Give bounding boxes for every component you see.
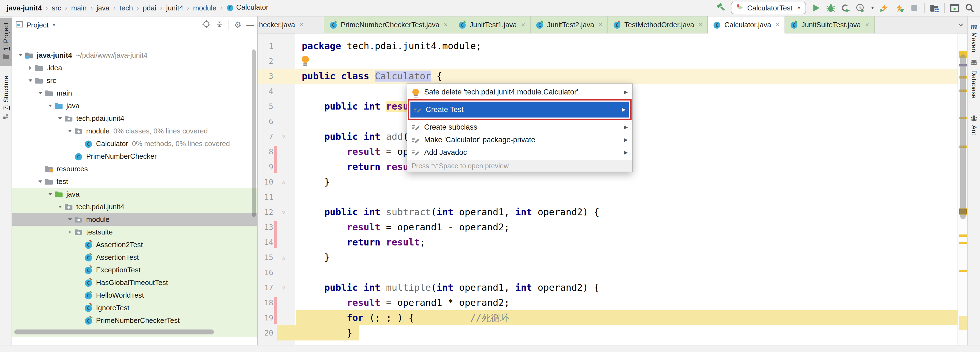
fold-marker-icon[interactable]: ▿ (279, 129, 289, 144)
breadcrumb-item-main[interactable]: main (71, 4, 86, 12)
stripe-mark[interactable] (959, 242, 967, 244)
coverage-icon[interactable] (841, 3, 851, 13)
chevron-down-icon[interactable] (16, 52, 25, 58)
tree-row-PrimeNumberCheckerTest[interactable]: CPrimeNumberCheckerTest (12, 314, 257, 327)
close-tab-icon[interactable]: × (444, 21, 448, 29)
tree-row-Assertion2Test[interactable]: CAssertion2Test (12, 238, 257, 251)
run-with-profiler-icon[interactable] (880, 3, 889, 13)
tree-row-java[interactable]: java (12, 188, 257, 201)
tree-row-module[interactable]: module (12, 213, 257, 226)
chevron-right-icon[interactable] (26, 65, 35, 71)
tree-row-IgnoreTest[interactable]: CIgnoreTest (12, 301, 257, 314)
hide-panel-icon[interactable]: — (247, 21, 254, 29)
close-tab-icon[interactable]: × (599, 21, 603, 29)
tab-PrimeNumberCheckerTest.java[interactable]: CPrimeNumberCheckerTest.java× (324, 16, 453, 33)
chevron-down-icon[interactable] (36, 90, 45, 96)
tab-JunitSuiteTest.java[interactable]: CJunitSuiteTest.java× (785, 16, 875, 33)
fold-marker-icon[interactable]: ▿ (279, 205, 289, 220)
profiler-chevron-icon[interactable]: ▼ (870, 5, 875, 10)
tree-row-tech.pdai.junit4[interactable]: tech.pdai.junit4 (12, 112, 257, 125)
tree-horizontal-scrollbar[interactable] (14, 330, 214, 334)
tree-row-main[interactable]: main (12, 87, 257, 99)
close-tab-icon[interactable]: × (865, 21, 869, 29)
debug-with-profiler-icon[interactable] (894, 3, 904, 13)
tree-row-HelloWorldTest[interactable]: CHelloWorldTest (12, 289, 257, 301)
tree-row-src[interactable]: src (12, 74, 257, 87)
tree-row-tech.pdai.junit4[interactable]: tech.pdai.junit4 (12, 201, 257, 213)
breadcrumb-item-tech[interactable]: tech (119, 4, 133, 12)
chevron-down-icon[interactable]: ▼ (52, 22, 56, 27)
close-tab-icon[interactable]: × (776, 21, 780, 29)
menu-item-add-javadoc[interactable]: Add Javadoc▶ (407, 146, 632, 159)
tree-row-.idea[interactable]: .idea (12, 62, 257, 74)
project-structure-icon[interactable] (929, 3, 939, 13)
close-tab-icon[interactable]: × (521, 21, 525, 29)
chevron-down-icon[interactable] (46, 191, 54, 197)
close-tab-icon[interactable]: × (698, 21, 702, 29)
stripe-mark[interactable] (959, 316, 967, 330)
breadcrumb-item-src[interactable]: src (52, 4, 62, 12)
tree-row-Calculator[interactable]: CCalculator0% methods, 0% lines covered (12, 137, 257, 150)
tool-stripe-button-database[interactable]: Database (968, 56, 980, 102)
chevron-down-icon[interactable] (26, 77, 35, 83)
tab-JunitTest1.java[interactable]: CJunitTest1.java× (453, 16, 531, 33)
run-anything-icon[interactable] (950, 3, 960, 13)
tree-row-java[interactable]: java (12, 99, 257, 112)
breadcrumb-item-java[interactable]: java (97, 4, 110, 12)
stripe-mark[interactable] (959, 234, 967, 237)
tree-row-PrimeNumberChecker[interactable]: CPrimeNumberChecker (12, 150, 257, 162)
tab-TestMethodOrder.java[interactable]: CTestMethodOrder.java× (608, 16, 708, 33)
tool-stripe-button-project[interactable]: 1: Project (0, 18, 12, 66)
hidden-tabs-chevron-icon[interactable] (954, 16, 967, 33)
tree-row-module[interactable]: module0% classes, 0% lines covered (12, 125, 257, 137)
editor-scrollbar[interactable] (960, 54, 966, 219)
tab-hecker.java[interactable]: hecker.java× (258, 16, 324, 33)
chevron-down-icon[interactable] (56, 204, 64, 210)
tool-stripe-button-maven[interactable]: mMaven (968, 18, 980, 56)
stripe-mark[interactable] (959, 270, 967, 272)
fold-marker-icon[interactable]: ▵ (279, 250, 289, 265)
locate-icon[interactable] (202, 20, 210, 30)
collapse-all-icon[interactable] (215, 20, 224, 30)
menu-item-create-test[interactable]: Create Test▶ (408, 99, 632, 120)
run-configuration-select[interactable]: CalculatorTest ▼ (731, 2, 807, 14)
breadcrumb-item-pdai[interactable]: pdai (143, 4, 156, 12)
tab-JunitTest2.java[interactable]: CJunitTest2.java× (531, 16, 608, 33)
close-tab-icon[interactable]: × (300, 21, 304, 29)
menu-item-safe-delete-tech-pdai-junit4-module-calculator-[interactable]: Safe delete 'tech.pdai.junit4.module.Cal… (407, 86, 632, 98)
tree-row-AssertionTest[interactable]: CAssertionTest (12, 251, 257, 264)
fold-marker-icon[interactable]: ▵ (279, 174, 289, 190)
tree-row-test[interactable]: test (12, 175, 257, 188)
code-editor[interactable]: 1package tech.pdai.junit4.module;23publi… (258, 33, 967, 345)
breadcrumb-item-module[interactable]: module (193, 4, 216, 12)
breadcrumb-item-Calculator[interactable]: CCalculator (226, 3, 268, 13)
menu-item-make-calculator-package-private[interactable]: Make 'Calculator' package-private▶ (407, 134, 632, 146)
tool-stripe-button-ant[interactable]: Ant (968, 111, 980, 139)
panel-title[interactable]: Project (26, 21, 49, 29)
chevron-down-icon[interactable] (56, 115, 64, 121)
intention-bulb-icon[interactable] (302, 56, 309, 63)
tree-row-testsuite[interactable]: testsuite (12, 226, 257, 238)
tool-stripe-button-structure[interactable]: 7: Structure (0, 72, 12, 126)
chevron-down-icon[interactable] (66, 217, 74, 222)
search-everywhere-icon[interactable] (965, 3, 975, 13)
chevron-right-icon[interactable] (66, 229, 74, 235)
tree-row-resources[interactable]: resources (12, 162, 257, 175)
chevron-down-icon[interactable] (46, 103, 54, 109)
breadcrumb-item-junit4[interactable]: junit4 (166, 4, 183, 12)
tree-row-ExceptionTest[interactable]: CExceptionTest (12, 264, 257, 276)
profiler-icon[interactable] (856, 3, 865, 13)
build-hammer-icon[interactable] (716, 3, 726, 13)
run-icon[interactable] (811, 3, 821, 13)
tab-Calculator.java[interactable]: CCalculator.java× (708, 16, 785, 33)
error-stripe[interactable] (958, 33, 967, 345)
breadcrumb-item-java-junit4[interactable]: java-junit4 (6, 4, 42, 12)
chevron-down-icon[interactable] (36, 178, 45, 185)
menu-item-create-subclass[interactable]: Create subclass▶ (407, 121, 632, 134)
tree-vertical-scrollbar[interactable] (252, 49, 256, 217)
debug-icon[interactable] (826, 3, 836, 13)
fold-marker-icon[interactable]: ▿ (279, 280, 289, 295)
chevron-down-icon[interactable] (66, 128, 74, 134)
settings-gear-icon[interactable]: ⚙ (234, 21, 242, 29)
tree-row-java-junit4[interactable]: java-junit4~/pdai/www/java-junit4 (12, 49, 257, 62)
